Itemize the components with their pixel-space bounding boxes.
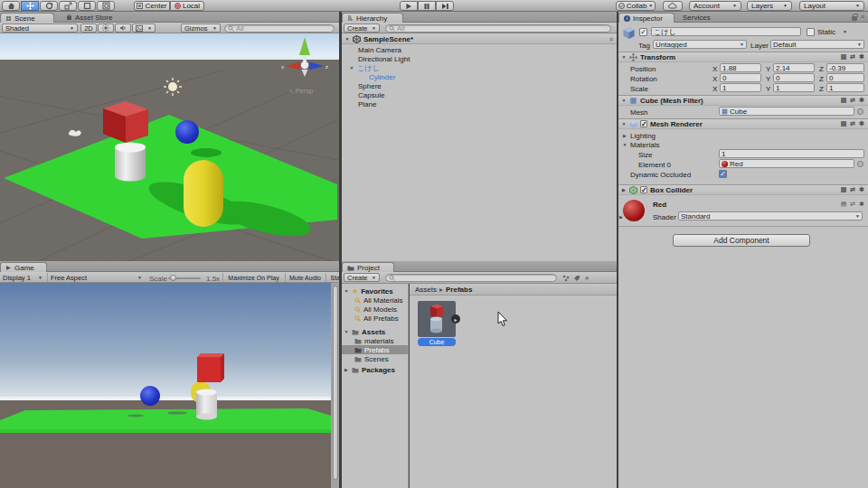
capsule-object[interactable] [184,160,223,227]
breadcrumb-root[interactable]: Assets [415,286,437,294]
foldout-icon[interactable]: ▼ [621,54,627,60]
active-checkbox[interactable]: ✓ [639,28,647,36]
tab-scene[interactable]: Scene [0,13,54,23]
collab-dropdown[interactable]: Collab▼ [616,1,656,11]
reference-icon[interactable]: ▤ [841,120,847,127]
scene-audio-toggle[interactable] [115,23,131,33]
step-button[interactable] [436,1,454,11]
tree-scenes[interactable]: Scenes [354,354,389,363]
cylinder-object[interactable] [115,143,146,182]
tab-asset-store[interactable]: Asset Store [61,13,132,23]
directional-light-gizmo-icon[interactable] [164,78,182,96]
object-picker-icon[interactable] [857,161,863,167]
project-create-dropdown[interactable]: Create▼ [344,273,380,282]
layout-dropdown[interactable]: Layout▼ [799,1,864,11]
hierarchy-item-plane[interactable]: Plane [358,99,376,108]
tree-favorites[interactable]: ▼★Favorites [344,286,393,296]
game-scrollbar-thumb[interactable] [333,286,338,480]
materials-foldout[interactable]: ▼Materials [622,140,659,149]
foldout-icon[interactable]: ▼ [621,121,627,127]
cloud-button[interactable] [663,1,683,11]
rotate-tool-button[interactable] [40,1,58,11]
foldout-icon[interactable]: ▼ [344,36,350,42]
mesh-object-field[interactable]: Cube [719,107,854,116]
rect-tool-button[interactable] [78,1,96,11]
play-button[interactable] [400,1,418,11]
position-y-field[interactable]: 2.14 [773,63,815,72]
pause-button[interactable] [418,1,436,11]
static-dropdown-icon[interactable]: ▼ [843,30,847,34]
hierarchy-item-sphere[interactable]: Sphere [358,81,382,90]
gizmos-dropdown[interactable]: Gizmos▼ [181,23,221,33]
hierarchy-item-capsule[interactable]: Capsule [358,90,384,99]
tree-packages[interactable]: ▶Packages [344,365,395,374]
scale-y-field[interactable]: 1 [773,83,815,92]
tree-all-materials[interactable]: All Materials [354,296,403,305]
hand-tool-button[interactable] [2,1,20,11]
gear-icon[interactable]: ✱ [859,97,864,104]
game-scrollbar-track[interactable] [331,283,339,488]
dynamic-occluded-checkbox[interactable]: ✓ [719,170,727,178]
scene-viewport[interactable]: x z < Persp [0,33,339,262]
gear-icon[interactable]: ✱ [859,53,864,61]
add-component-button[interactable]: Add Component [673,234,810,247]
rotation-z-field[interactable]: 0 [826,73,864,82]
persp-toggle[interactable]: < Persp [289,87,313,95]
2d-toggle[interactable]: 2D [80,23,97,33]
scene-lighting-toggle[interactable] [98,23,114,33]
foldout-icon[interactable]: ▼ [349,65,354,70]
tree-prefabs-selected[interactable]: Prefabs [342,345,409,354]
shader-dropdown[interactable]: Standard▼ [678,211,863,221]
gear-icon[interactable]: ✱ [859,120,864,127]
pivot-center-button[interactable]: Center [134,1,170,11]
maximize-on-play-toggle[interactable]: Maximize On Play [222,273,284,282]
mute-audio-toggle[interactable]: Mute Audio [285,273,325,282]
mesh-renderer-checkbox[interactable]: ✓ [640,120,647,127]
materials-size-field[interactable]: 1 [719,149,864,158]
breadcrumb-current[interactable]: Prefabs [446,286,472,294]
account-dropdown[interactable]: Account▼ [689,1,741,11]
hierarchy-create-dropdown[interactable]: Create▼ [344,23,380,33]
presets-icon[interactable]: ⇄ [850,186,855,193]
transform-tool-button[interactable] [97,1,115,11]
scale-x-field[interactable]: 1 [720,83,761,92]
rotation-y-field[interactable]: 0 [773,73,815,82]
scene-header-row[interactable]: ▼ SampleScene* ≡ [342,34,617,44]
lock-icon[interactable] [852,16,857,21]
rotation-x-field[interactable]: 0 [720,73,761,82]
reference-icon[interactable]: ▤ [841,201,847,208]
asset-type-filter-icon[interactable] [562,275,570,282]
lighting-foldout[interactable]: ▶Lighting [622,131,656,140]
mesh-renderer-header[interactable]: ▼ ✓ Mesh Renderer ▤⇄✱ [618,118,868,129]
hierarchy-search-input[interactable]: All [385,24,611,33]
scale-z-field[interactable]: 1 [826,83,864,92]
presets-icon[interactable]: ⇄ [850,201,855,208]
position-x-field[interactable]: 1.88 [720,63,761,72]
tab-game[interactable]: Game [0,262,47,272]
aspect-dropdown[interactable]: Free Aspect▼ [47,273,145,282]
box-collider-header[interactable]: ▶ ✓ Box Collider ▤⇄✱ [618,184,868,195]
move-tool-button[interactable] [21,1,39,11]
prefab-expand-icon[interactable]: ▸ [451,314,460,324]
label-filter-icon[interactable] [573,275,580,282]
scale-slider-knob[interactable] [170,275,176,281]
foldout-icon[interactable]: ▼ [344,288,349,294]
material-foldout-icon[interactable]: ▶ [618,214,624,220]
tab-hierarchy[interactable]: Hierarchy [342,13,403,23]
hierarchy-item-directional-light[interactable]: Directional Light [358,54,410,63]
gear-icon[interactable]: ✱ [859,201,864,208]
tree-all-prefabs[interactable]: All Prefabs [354,314,399,323]
hierarchy-item-cylinder[interactable]: Cylinder [369,72,395,81]
foldout-icon[interactable]: ▶ [344,367,349,372]
foldout-icon[interactable]: ▼ [344,329,349,334]
tree-assets[interactable]: ▼Assets [344,327,385,336]
prefab-thumbnail[interactable]: ▸ [418,301,456,337]
gear-icon[interactable]: ✱ [859,186,864,193]
position-z-field[interactable]: -0.39 [826,63,864,72]
scene-search-input[interactable]: All [224,24,335,33]
presets-icon[interactable]: ⇄ [850,97,855,104]
foldout-icon[interactable]: ▼ [621,98,627,103]
material-preview-sphere[interactable] [623,200,645,221]
hierarchy-item-main-camera[interactable]: Main Camera [358,45,401,54]
hierarchy-item-kokeshi[interactable]: ▼こけし [349,63,380,72]
